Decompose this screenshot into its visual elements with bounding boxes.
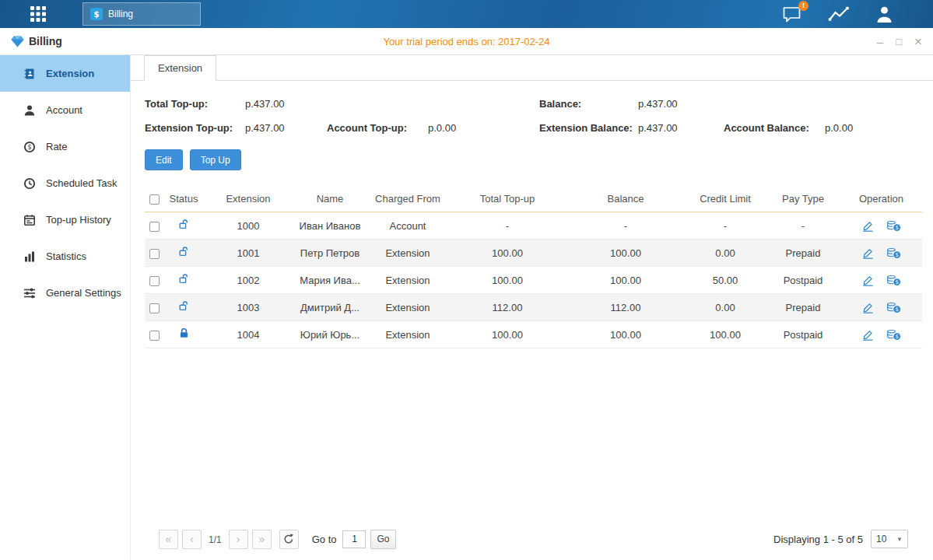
clock-icon xyxy=(23,177,36,190)
edit-icon[interactable] xyxy=(862,247,874,259)
sidebar-item-label: Top-up History xyxy=(46,214,111,226)
sidebar-item-rate[interactable]: $ Rate xyxy=(0,128,130,165)
unlocked-icon[interactable] xyxy=(178,300,190,312)
row-checkbox[interactable] xyxy=(149,303,160,313)
window-title: Billing xyxy=(29,35,62,47)
charged-from-cell: Extension xyxy=(367,275,448,286)
balance-cell: - xyxy=(566,220,685,232)
topbar-billing-tab-label: Billing xyxy=(108,9,133,19)
sidebar-item-scheduled-task[interactable]: Scheduled Task xyxy=(0,165,130,201)
row-checkbox[interactable] xyxy=(149,276,160,286)
table-row: 1000Иван ИвановAccount----$ xyxy=(145,212,922,240)
reports-button[interactable] xyxy=(828,6,850,23)
sidebar-item-label: Scheduled Task xyxy=(46,177,118,189)
sidebar-item-topup-history[interactable]: Top-up History xyxy=(0,201,130,238)
sidebar-item-label: General Settings xyxy=(46,287,121,299)
sidebar-item-label: Statistics xyxy=(46,250,86,262)
total-topup-cell: 100.00 xyxy=(448,247,566,259)
credit-limit-cell: 0.00 xyxy=(685,247,766,259)
sidebar-item-label: Account xyxy=(46,104,82,116)
topup-coins-icon[interactable]: $ xyxy=(886,302,901,313)
topup-coins-icon[interactable]: $ xyxy=(886,329,901,341)
charged-from-cell: Extension xyxy=(367,329,448,341)
account-balance-value: p.0.00 xyxy=(825,122,922,134)
balance-cell: 100.00 xyxy=(566,329,685,341)
row-checkbox[interactable] xyxy=(149,331,160,341)
col-balance: Balance xyxy=(566,193,685,205)
edit-icon[interactable] xyxy=(862,220,874,232)
page-indicator: 1/1 xyxy=(209,534,222,545)
table-body: 1000Иван ИвановAccount----$1001Петр Петр… xyxy=(145,212,922,348)
edit-icon[interactable] xyxy=(862,275,874,286)
total-topup-cell: - xyxy=(448,220,566,232)
credit-limit-cell: 100.00 xyxy=(685,329,766,341)
select-all-checkbox[interactable] xyxy=(149,194,160,205)
maximize-button[interactable]: □ xyxy=(896,37,902,47)
name-cell: Петр Петров xyxy=(293,247,367,259)
unlocked-icon[interactable] xyxy=(178,246,190,257)
close-button[interactable]: × xyxy=(914,35,922,48)
row-checkbox[interactable] xyxy=(149,249,160,259)
goto-label: Go to xyxy=(312,534,337,545)
refresh-button[interactable] xyxy=(279,530,299,549)
svg-text:$: $ xyxy=(895,279,898,285)
tab-extension[interactable]: Extension xyxy=(144,55,216,81)
sidebar-item-account[interactable]: Account xyxy=(0,92,130,128)
edit-icon[interactable] xyxy=(862,302,874,313)
apps-grid-icon xyxy=(30,5,47,23)
extension-cell: 1002 xyxy=(204,275,293,286)
billing-gem-icon xyxy=(11,36,24,47)
first-page-button[interactable]: « xyxy=(159,530,178,549)
balance-cell: 112.00 xyxy=(566,302,685,313)
total-topup-cell: 112.00 xyxy=(448,302,566,313)
go-button[interactable]: Go xyxy=(370,530,395,549)
edit-button[interactable]: Edit xyxy=(145,149,183,170)
col-total-topup: Total Top-up xyxy=(448,193,566,205)
sidebar-item-label: Extension xyxy=(46,68,94,79)
app-launcher-button[interactable] xyxy=(30,5,47,23)
top-up-button[interactable]: Top Up xyxy=(190,149,241,170)
edit-icon[interactable] xyxy=(862,329,874,341)
topup-coins-icon[interactable]: $ xyxy=(886,275,901,286)
page-size-select[interactable]: 10 ▼ xyxy=(871,530,908,548)
minimize-button[interactable]: – xyxy=(877,36,883,47)
unlocked-icon[interactable] xyxy=(178,273,190,285)
extension-cell: 1001 xyxy=(204,247,293,259)
account-topup-label: Account Top-up: xyxy=(327,122,428,134)
col-operation: Operation xyxy=(840,193,922,205)
notifications-button[interactable]: ! xyxy=(782,5,803,23)
goto-page-input[interactable] xyxy=(342,530,366,548)
extension-cell: 1000 xyxy=(204,220,293,232)
line-chart-icon xyxy=(828,6,850,23)
topup-coins-icon[interactable]: $ xyxy=(886,247,901,259)
sidebar-item-general-settings[interactable]: General Settings xyxy=(0,275,130,311)
sidebar-item-extension[interactable]: Extension xyxy=(0,55,130,92)
sliders-icon xyxy=(23,287,36,299)
topbar-billing-tab[interactable]: $ Billing xyxy=(82,2,201,26)
unlocked-icon[interactable] xyxy=(178,219,190,230)
table-row: 1002Мария Ива...Extension100.00100.0050.… xyxy=(145,267,922,294)
action-buttons: Edit Top Up xyxy=(145,149,922,170)
extension-cell: 1004 xyxy=(204,329,293,341)
last-page-button[interactable]: » xyxy=(252,530,272,549)
locked-icon[interactable] xyxy=(178,327,190,339)
person-icon xyxy=(23,104,36,117)
col-name: Name xyxy=(293,193,367,205)
prev-page-button[interactable]: ‹ xyxy=(182,530,202,549)
rate-dollar-circle-icon: $ xyxy=(23,141,36,153)
topup-coins-icon[interactable]: $ xyxy=(886,220,901,232)
pay-type-cell: - xyxy=(766,220,840,232)
sidebar-item-statistics[interactable]: Statistics xyxy=(0,238,130,275)
extension-cell: 1003 xyxy=(204,302,293,313)
extensions-table: Status Extension Name Charged From Total… xyxy=(145,186,922,348)
svg-text:$: $ xyxy=(27,144,31,151)
calendar-icon xyxy=(23,214,36,226)
row-checkbox[interactable] xyxy=(149,222,160,232)
window-controls: – □ × xyxy=(877,35,922,48)
svg-text:$: $ xyxy=(94,10,100,19)
user-menu-button[interactable] xyxy=(875,5,894,23)
name-cell: Мария Ива... xyxy=(293,275,367,286)
pay-type-cell: Prepaid xyxy=(766,302,840,313)
bar-chart-icon xyxy=(23,250,36,263)
next-page-button[interactable]: › xyxy=(229,530,248,549)
